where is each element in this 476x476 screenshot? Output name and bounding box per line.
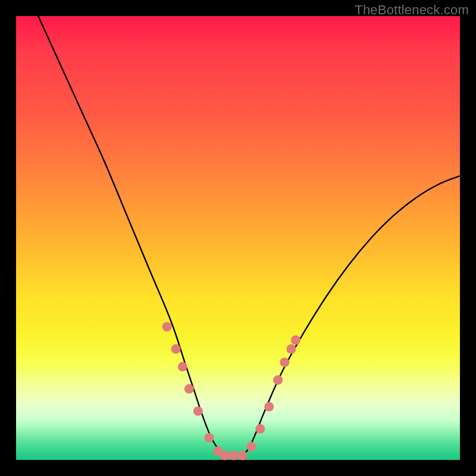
marker-point [229,451,239,461]
marker-point [171,345,181,354]
marker-point [255,424,265,434]
plot-area [16,16,460,460]
marker-point [205,433,214,443]
marker-point [280,358,289,367]
chart-frame: TheBottleneck.com [0,0,476,476]
curve-line [38,16,460,456]
marker-point [184,384,194,394]
marker-point [287,345,296,354]
marker-point [220,451,230,461]
marker-point [193,406,203,416]
marker-point [291,336,300,345]
marker-point [178,362,187,371]
marker-point [162,322,172,331]
watermark-text: TheBottleneck.com [355,2,469,18]
marker-point [238,451,248,461]
chart-svg [16,16,460,460]
marker-point [264,402,274,412]
curve-markers [162,322,300,460]
bottleneck-curve [38,16,460,456]
marker-point [246,442,256,452]
marker-point [273,375,283,385]
